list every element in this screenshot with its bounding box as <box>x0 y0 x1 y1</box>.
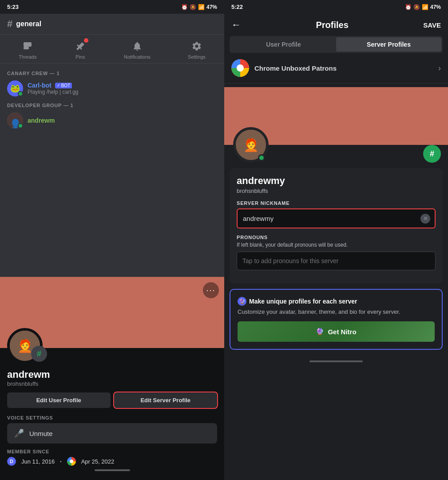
alarm-icon: ⏰ <box>181 4 188 10</box>
edit-user-profile-button[interactable]: Edit User Profile <box>7 392 111 408</box>
profile-banner-right: 🧑‍🦰 # <box>224 87 448 145</box>
profile-tag-left: brohsnbluffs <box>7 380 217 387</box>
pronouns-label: PRONOUNS <box>237 235 436 240</box>
pins-badge <box>84 38 88 43</box>
more-dots-icon: ··· <box>206 286 215 295</box>
nitro-small-icon: 🔮 <box>238 297 246 306</box>
andrewm-info: andrewm <box>28 116 55 124</box>
left-time: 5:23 <box>7 4 19 10</box>
server-join-date: Apr 25, 2022 <box>81 458 114 465</box>
carl-bot-avatar-wrap: 🐸 <box>7 80 23 96</box>
clear-nickname-button[interactable]: ✕ <box>420 214 430 224</box>
nitro-promo-title-text: Make unique profiles for each server <box>249 298 357 305</box>
voice-settings-section: VOICE SETTINGS 🎤 Unmute <box>7 415 217 444</box>
save-button[interactable]: SAVE <box>423 21 441 29</box>
get-nitro-label: Get Nitro <box>328 328 356 336</box>
tab-server-profiles[interactable]: Server Profiles <box>336 37 441 52</box>
threads-svg-icon <box>22 41 33 52</box>
settings-icon-wrap <box>190 40 203 52</box>
canary-crew-label: CANARY CREW — 1 <box>0 67 224 78</box>
checkmark-icon: ✓ <box>57 83 60 88</box>
discord-logo-icon: D <box>7 457 16 466</box>
carl-bot-status <box>18 91 23 96</box>
settings-svg-icon <box>191 41 202 52</box>
server-list-left: Chrome Unboxed Patrons <box>231 59 337 77</box>
threads-icon-wrap <box>21 40 34 52</box>
back-button[interactable]: ← <box>231 19 241 31</box>
carl-bot-info: Carl-bot ✓ BOT Playing /help | carl.gg <box>28 82 79 95</box>
andrewm-avatar-wrap: 👤 <box>7 112 23 128</box>
battery-icon: 47% <box>206 4 217 10</box>
profile-actions: Edit User Profile Edit Server Profile <box>7 392 217 408</box>
settings-tab-label: Settings <box>188 54 206 60</box>
nitro-promo-card: 🔮 Make unique profiles for each server C… <box>230 289 443 350</box>
right-header: ← Profiles SAVE <box>224 14 448 36</box>
unmute-label: Unmute <box>29 430 53 437</box>
hashtag-button-left[interactable]: # <box>31 346 47 362</box>
left-panel: 5:23 ⏰ 🔕 📶 47% # general Threads Pins <box>0 0 224 480</box>
mic-slash-icon: 🎤 <box>14 428 24 438</box>
tab-user-profile[interactable]: User Profile <box>231 37 336 52</box>
bot-badge: ✓ BOT <box>55 83 72 88</box>
member-andrewm[interactable]: 👤 andrewm <box>0 110 224 131</box>
notifications-icon-wrap <box>131 40 143 52</box>
edit-server-profile-button[interactable]: Edit Server Profile <box>114 392 218 408</box>
nitro-promo-description: Customize your avatar, banner, theme, an… <box>238 308 435 315</box>
right-alarm-icon: ⏰ <box>405 4 412 10</box>
right-mute-icon: 🔕 <box>413 4 420 10</box>
tab-settings[interactable]: Settings <box>182 38 211 61</box>
profile-info-card: andrewmy brohsnbluffs SERVER NICKNAME ✕ … <box>230 168 443 284</box>
chrome-center <box>237 64 244 72</box>
channel-tabs: Threads Pins Notifications Settings <box>0 35 224 64</box>
unmute-button[interactable]: 🎤 Unmute <box>7 423 217 444</box>
voice-settings-label: VOICE SETTINGS <box>7 415 217 420</box>
get-nitro-button[interactable]: 🔮 Get Nitro <box>238 321 435 342</box>
profile-card-overlay: ··· 🧑‍🦰 # andrewm brohsnbluffs Edit Us <box>0 277 224 480</box>
member-carl-bot[interactable]: 🐸 Carl-bot ✓ BOT Playing /help | carl.gg <box>0 78 224 99</box>
profile-avatar-row: 🧑‍🦰 # <box>7 348 217 365</box>
channel-hash-icon: # <box>7 18 12 30</box>
developer-group-label: DEVELOPER GROUP — 1 <box>0 99 224 110</box>
wifi-icon: 📶 <box>198 4 205 10</box>
server-nickname-label: SERVER NICKNAME <box>237 200 436 206</box>
right-wifi-icon: 📶 <box>422 4 428 10</box>
notifications-svg-icon <box>132 41 143 52</box>
left-status-bar: 5:23 ⏰ 🔕 📶 47% <box>0 0 224 14</box>
hashtag-button-right[interactable]: # <box>423 145 441 163</box>
profile-body-left: 🧑‍🦰 # andrewm brohsnbluffs Edit User Pro… <box>0 348 224 480</box>
tab-notifications[interactable]: Notifications <box>119 38 156 61</box>
chrome-unboxed-icon <box>231 59 249 77</box>
server-nickname-section: SERVER NICKNAME ✕ <box>237 200 436 228</box>
pins-svg-icon <box>75 41 86 52</box>
scroll-indicator <box>309 360 363 362</box>
pronouns-hint: If left blank, your default pronouns wil… <box>237 242 436 248</box>
profile-username-right: andrewmy <box>237 175 436 187</box>
left-status-icons: ⏰ 🔕 📶 47% <box>181 4 217 10</box>
pins-tab-label: Pins <box>75 54 85 60</box>
tab-threads[interactable]: Threads <box>13 38 42 61</box>
more-options-button[interactable]: ··· <box>203 282 219 298</box>
server-nickname-input-wrap: ✕ <box>237 208 436 228</box>
carl-bot-sub: Playing /help | carl.gg <box>28 89 79 95</box>
chevron-right-icon: › <box>438 64 441 73</box>
pronouns-section: PRONOUNS If left blank, your default pro… <box>237 235 436 270</box>
profiles-title: Profiles <box>316 20 348 30</box>
right-status-bar: 5:22 ⏰ 🔕 📶 47% <box>224 0 448 14</box>
server-list-item[interactable]: Chrome Unboxed Patrons › <box>224 53 448 84</box>
right-status-icons: ⏰ 🔕 📶 47% <box>405 4 441 10</box>
carl-bot-name: Carl-bot <box>28 82 52 89</box>
chrome-icon <box>67 457 76 466</box>
profile-tag-right: brohsnbluffs <box>237 188 436 194</box>
andrewm-status <box>18 123 23 128</box>
member-since-row: D Jun 11, 2016 • Apr 25, 2022 <box>7 457 217 466</box>
profile-avatar-right-wrap: 🧑‍🦰 <box>233 127 269 163</box>
tab-pins[interactable]: Pins <box>69 38 92 61</box>
member-since-section: MEMBER SINCE D Jun 11, 2016 • Apr 25, 20… <box>7 449 217 466</box>
notifications-tab-label: Notifications <box>124 54 151 60</box>
server-nickname-input[interactable] <box>238 209 435 228</box>
pronouns-input[interactable] <box>237 252 436 270</box>
profile-avatar-left: 🧑‍🦰 # <box>7 328 43 364</box>
andrewm-name: andrewm <box>28 117 55 124</box>
pins-icon-wrap <box>74 40 87 52</box>
nitro-btn-icon: 🔮 <box>316 328 324 336</box>
